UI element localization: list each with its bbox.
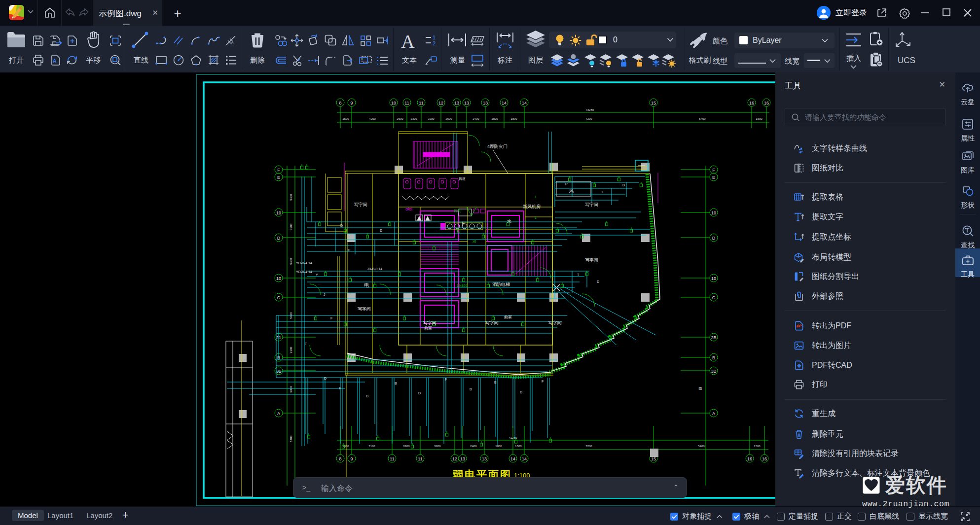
svg-text:1500: 1500 bbox=[754, 445, 761, 448]
svg-text:3300: 3300 bbox=[403, 445, 410, 448]
svg-text:12: 12 bbox=[438, 101, 443, 105]
svg-text:Y: Y bbox=[316, 273, 318, 277]
svg-text:J: J bbox=[324, 293, 326, 296]
svg-text:10: 10 bbox=[276, 276, 281, 281]
svg-text:13: 13 bbox=[464, 101, 469, 105]
svg-text:3300: 3300 bbox=[428, 117, 435, 120]
svg-text:7200: 7200 bbox=[585, 117, 592, 120]
svg-text:13: 13 bbox=[482, 456, 487, 461]
svg-text:5400: 5400 bbox=[290, 435, 292, 442]
svg-text:F: F bbox=[445, 378, 447, 381]
svg-text:C: C bbox=[712, 295, 716, 300]
svg-text:D: D bbox=[380, 229, 382, 232]
svg-text:2600: 2600 bbox=[397, 117, 403, 120]
svg-text:15: 15 bbox=[651, 101, 656, 105]
svg-text:A: A bbox=[712, 411, 715, 416]
svg-text:13: 13 bbox=[483, 101, 488, 105]
svg-text:B: B bbox=[712, 355, 715, 360]
svg-text:10: 10 bbox=[276, 210, 281, 215]
svg-text:9: 9 bbox=[350, 101, 353, 105]
svg-text:F: F bbox=[602, 190, 604, 194]
svg-text:16: 16 bbox=[747, 456, 752, 461]
svg-text:11: 11 bbox=[404, 101, 409, 105]
svg-text:1: 1 bbox=[535, 195, 537, 199]
svg-text:YD-B-4 14: YD-B-4 14 bbox=[296, 270, 312, 274]
svg-text:10: 10 bbox=[711, 210, 716, 215]
svg-text:3300: 3300 bbox=[290, 386, 292, 393]
svg-text:D: D bbox=[340, 224, 343, 227]
svg-text:1800: 1800 bbox=[491, 117, 498, 120]
svg-text:E: E bbox=[712, 175, 715, 180]
svg-text:写字间: 写字间 bbox=[548, 320, 562, 325]
svg-text:写字间: 写字间 bbox=[585, 202, 598, 207]
svg-text:4厚防火门: 4厚防火门 bbox=[487, 144, 508, 149]
svg-text:3300: 3300 bbox=[434, 445, 441, 448]
svg-text:YD-B-4 14: YD-B-4 14 bbox=[296, 261, 312, 265]
svg-text:F: F bbox=[277, 168, 280, 173]
svg-text:n: n bbox=[231, 41, 233, 45]
svg-text:D: D bbox=[366, 394, 368, 398]
svg-text:31: 31 bbox=[276, 369, 281, 374]
svg-text:8: 8 bbox=[339, 456, 341, 461]
svg-text:A: A bbox=[277, 411, 280, 416]
svg-text:1500: 1500 bbox=[756, 117, 762, 120]
svg-text:T: T bbox=[305, 342, 307, 346]
svg-text:13: 13 bbox=[454, 101, 459, 105]
svg-text:5400: 5400 bbox=[699, 117, 706, 120]
svg-text:F: F bbox=[339, 386, 341, 390]
svg-text:D: D bbox=[418, 391, 421, 395]
svg-text:上: 上 bbox=[460, 221, 465, 227]
svg-text:16: 16 bbox=[749, 101, 754, 105]
svg-text:1: 1 bbox=[433, 35, 436, 40]
svg-text:1500: 1500 bbox=[342, 117, 349, 120]
svg-text:写字间: 写字间 bbox=[354, 202, 367, 207]
svg-text:风: 风 bbox=[569, 188, 574, 193]
svg-text:写字间: 写字间 bbox=[585, 258, 598, 263]
svg-text:10: 10 bbox=[711, 276, 716, 281]
svg-text:2400: 2400 bbox=[472, 117, 479, 120]
svg-text:消防电梯: 消防电梯 bbox=[492, 282, 510, 287]
svg-text:2B: 2B bbox=[711, 335, 716, 340]
svg-text:D: D bbox=[597, 280, 599, 283]
svg-text:C: C bbox=[277, 295, 281, 300]
svg-text:3300: 3300 bbox=[410, 117, 417, 120]
svg-text:4200: 4200 bbox=[369, 117, 376, 120]
svg-text:5400: 5400 bbox=[290, 194, 292, 201]
svg-text:D: D bbox=[712, 236, 716, 241]
svg-text:A: A bbox=[53, 58, 56, 64]
svg-text:3300: 3300 bbox=[290, 223, 292, 230]
svg-text:电: 电 bbox=[364, 282, 369, 288]
svg-text:F: F bbox=[542, 380, 544, 383]
svg-text:D: D bbox=[277, 236, 281, 241]
svg-text:2600: 2600 bbox=[445, 117, 452, 120]
svg-text:14: 14 bbox=[522, 101, 527, 105]
svg-text:风机: 风机 bbox=[454, 209, 461, 213]
svg-text:11: 11 bbox=[418, 456, 422, 461]
svg-text:x6: x6 bbox=[472, 240, 476, 243]
svg-text:7100: 7100 bbox=[368, 445, 375, 448]
svg-text:8: 8 bbox=[339, 101, 341, 105]
svg-text:JB-B-9 14: JB-B-9 14 bbox=[367, 267, 382, 271]
svg-text:10: 10 bbox=[391, 101, 396, 105]
svg-text:B: B bbox=[395, 382, 397, 385]
svg-text:前室: 前室 bbox=[504, 315, 512, 319]
svg-text:新风机房: 新风机房 bbox=[523, 204, 541, 209]
svg-text:风道: 风道 bbox=[459, 177, 466, 181]
svg-text:16: 16 bbox=[764, 101, 769, 105]
svg-text:水: 水 bbox=[507, 219, 511, 224]
svg-text:图: 图 bbox=[699, 386, 702, 390]
svg-text:D: D bbox=[324, 377, 327, 380]
svg-text:14: 14 bbox=[510, 456, 515, 461]
svg-text:E: E bbox=[277, 175, 280, 180]
svg-text:15: 15 bbox=[651, 456, 656, 461]
svg-text:2: 2 bbox=[433, 40, 436, 46]
svg-text:19.800: 19.800 bbox=[457, 284, 468, 287]
svg-text:D: D bbox=[622, 183, 625, 187]
svg-text:F: F bbox=[330, 316, 332, 320]
svg-text:T: T bbox=[577, 273, 580, 277]
svg-text:1800: 1800 bbox=[515, 445, 522, 448]
svg-text:D: D bbox=[520, 390, 522, 394]
svg-text:B: B bbox=[494, 381, 497, 384]
svg-text:3300: 3300 bbox=[290, 347, 292, 353]
svg-text:5400: 5400 bbox=[290, 258, 292, 265]
